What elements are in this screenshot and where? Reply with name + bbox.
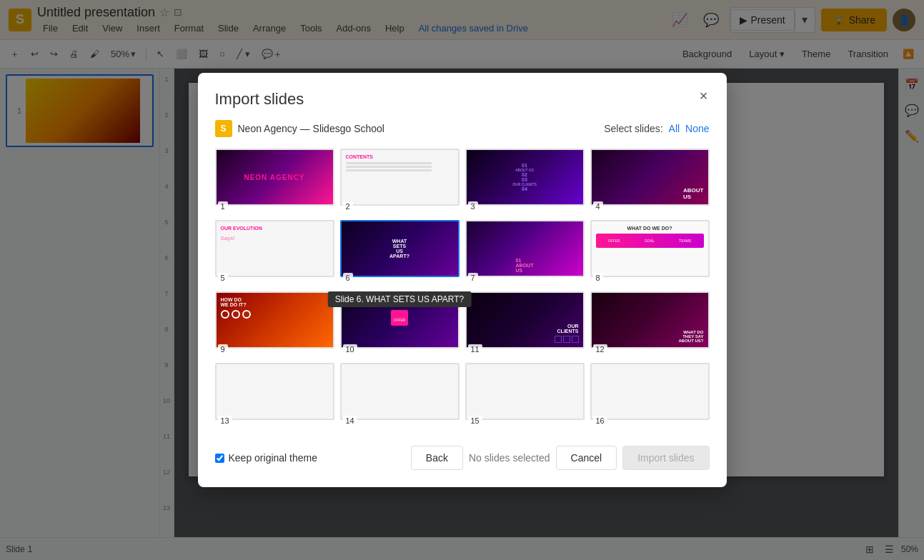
slide-thumbnail-7: 01ABOUTUS: [465, 220, 585, 277]
modal-close-button[interactable]: ×: [692, 84, 715, 107]
slide-thumbnail-1: NEON AGENCY: [215, 149, 334, 206]
slide-thumbnail-15: [465, 363, 585, 420]
slide-badge-1: 1: [218, 201, 228, 211]
source-header: S Neon Agency — Slidesgo School Select s…: [215, 120, 710, 137]
slide-thumbnail-6: WHATSETSUSAPART?: [340, 220, 459, 277]
keep-theme-checkbox[interactable]: [215, 454, 224, 463]
source-icon: S: [215, 120, 232, 137]
import-slides-modal: × Import slides S Neon Agency — Slidesgo…: [198, 73, 727, 487]
slide-thumbnail-2: CONTENTS: [340, 149, 459, 206]
grid-slide-6[interactable]: WHATSETSUSAPART? 6 Slide 6. WHAT SETS US…: [340, 220, 459, 286]
slide-thumbnail-12: WHAT DOTHEY SAYABOUT US?: [590, 291, 710, 349]
import-slides-button[interactable]: Import slides: [622, 446, 709, 470]
footer-buttons: Back No slides selected Cancel Import sl…: [411, 446, 710, 470]
slides-grid: NEON AGENCY 1 CONTENTS 2: [215, 149, 710, 429]
grid-slide-1[interactable]: NEON AGENCY 1: [215, 149, 334, 214]
modal-footer: Keep original theme Back No slides selec…: [215, 440, 710, 470]
slide-badge-11: 11: [468, 344, 482, 354]
slide-badge-10: 10: [343, 344, 357, 354]
slide-thumbnail-3: 01 ABOUT US 02 03 OUR CLIENTS 04: [465, 149, 585, 206]
grid-slide-3[interactable]: 01 ABOUT US 02 03 OUR CLIENTS 04 3: [465, 149, 585, 214]
select-slides-area: Select slides: All None: [604, 123, 709, 134]
grid-slide-11[interactable]: OURCLIENTS 11: [465, 291, 585, 357]
slide-badge-15: 15: [468, 416, 482, 426]
grid-slide-16[interactable]: 16: [590, 363, 710, 429]
select-all-link[interactable]: All: [669, 123, 680, 134]
slide-badge-6: 6: [343, 273, 353, 283]
grid-slide-8[interactable]: WHAT DO WE DO? OFFER GOAL TEAMS 8: [590, 220, 710, 286]
slide-badge-9: 9: [218, 344, 228, 354]
slide-badge-16: 16: [593, 416, 607, 426]
grid-slide-12[interactable]: WHAT DOTHEY SAYABOUT US? 12: [590, 291, 710, 357]
grid-slide-4[interactable]: ABOUTUS 4: [590, 149, 710, 214]
no-slides-status: No slides selected: [469, 452, 550, 464]
slide-thumbnail-16: [590, 363, 710, 420]
slide-badge-7: 7: [468, 273, 478, 283]
slide-thumbnail-10: WHAT DOWE OFFER? OFFER: [340, 291, 459, 349]
grid-slide-14[interactable]: 14: [340, 363, 459, 429]
keep-theme-label[interactable]: Keep original theme: [229, 452, 318, 464]
source-info: S Neon Agency — Slidesgo School: [215, 120, 384, 137]
slide-thumbnail-13: [215, 363, 334, 420]
modal-title: Import slides: [215, 90, 710, 109]
select-none-link[interactable]: None: [685, 123, 709, 134]
slide-badge-14: 14: [343, 416, 357, 426]
slide-badge-12: 12: [593, 344, 607, 354]
slide-badge-5: 5: [218, 273, 228, 283]
slide-badge-13: 13: [218, 416, 232, 426]
grid-slide-9[interactable]: HOW DOWE DO IT? 9: [215, 291, 334, 357]
modal-overlay: × Import slides S Neon Agency — Slidesgo…: [0, 0, 924, 560]
slide-badge-8: 8: [593, 273, 603, 283]
grid-slide-10[interactable]: WHAT DOWE OFFER? OFFER 10: [340, 291, 459, 357]
slide-thumbnail-9: HOW DOWE DO IT?: [215, 291, 334, 349]
slide-thumbnail-11: OURCLIENTS: [465, 291, 585, 349]
grid-slide-15[interactable]: 15: [465, 363, 585, 429]
slide-thumbnail-4: ABOUTUS: [590, 149, 710, 206]
source-name: Neon Agency — Slidesgo School: [238, 123, 384, 134]
slide-badge-2: 2: [343, 201, 353, 211]
cancel-button[interactable]: Cancel: [556, 446, 617, 470]
grid-slide-5[interactable]: OUR EVOLUTION Says! 5: [215, 220, 334, 286]
slide-thumbnail-8: WHAT DO WE DO? OFFER GOAL TEAMS: [590, 220, 710, 277]
slide-badge-3: 3: [468, 201, 478, 211]
slide-badge-4: 4: [593, 201, 603, 211]
slide-thumbnail-5: OUR EVOLUTION Says!: [215, 220, 334, 277]
grid-slide-2[interactable]: CONTENTS 2: [340, 149, 459, 214]
keep-theme-area: Keep original theme: [215, 452, 318, 464]
back-button[interactable]: Back: [411, 446, 463, 470]
grid-slide-7[interactable]: 01ABOUTUS 7: [465, 220, 585, 286]
slide-thumbnail-14: [340, 363, 459, 420]
select-label: Select slides:: [604, 123, 662, 134]
grid-slide-13[interactable]: 13: [215, 363, 334, 429]
